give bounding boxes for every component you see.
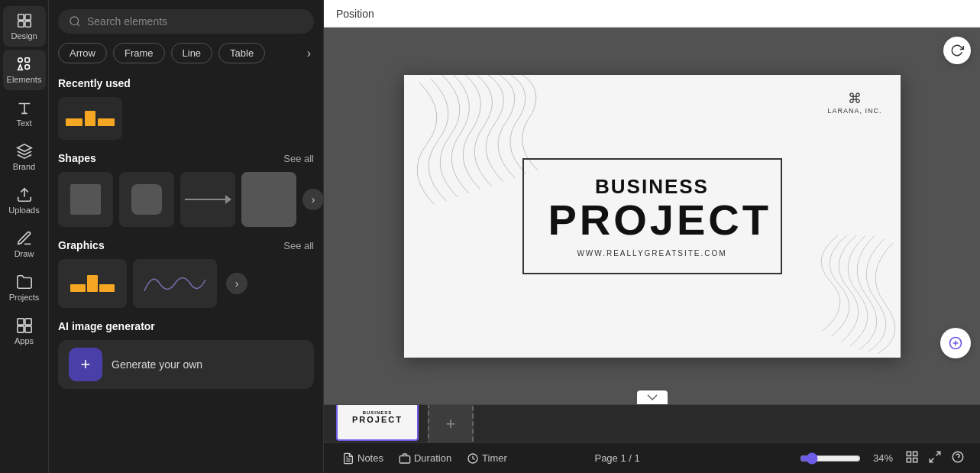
svg-rect-11 (17, 326, 23, 332)
ai-section: AI image generator + Generate your own (58, 320, 314, 389)
graphics-row: › (58, 259, 314, 308)
zoom-control: 34% (800, 452, 893, 465)
shapes-see-all[interactable]: See all (283, 153, 314, 164)
text-icon (16, 99, 33, 116)
zoom-label: 34% (865, 452, 893, 464)
help-button[interactable] (948, 447, 968, 469)
wave-bottom-right-svg (794, 235, 901, 358)
shapes-chevron-right[interactable]: › (302, 189, 323, 210)
svg-rect-9 (17, 319, 23, 325)
purple-squiggle-svg (141, 268, 209, 299)
sidebar-item-draw-label: Draw (15, 249, 34, 258)
recently-used-item-1[interactable] (58, 97, 122, 140)
apps-icon (16, 317, 33, 334)
sidebar-item-text-label: Text (16, 118, 31, 128)
search-input[interactable] (87, 15, 303, 28)
search-icon (69, 15, 81, 28)
slide-thumb-1[interactable]: BUSINESS PROJECT (336, 405, 419, 441)
sidebar-item-brand[interactable]: Brand (3, 137, 46, 177)
svg-rect-2 (18, 21, 23, 27)
graphic-item-2[interactable] (133, 259, 217, 308)
svg-rect-12 (24, 326, 31, 332)
shape-circle[interactable] (241, 172, 296, 227)
notes-icon (342, 452, 354, 465)
sidebar-item-elements[interactable]: Elements (3, 50, 46, 90)
ai-section-header: AI image generator (58, 320, 314, 332)
slide-thumb-content-1: BUSINESS PROJECT (338, 405, 417, 439)
chevron-down-icon (647, 394, 658, 400)
svg-rect-19 (907, 452, 910, 455)
tag-arrow[interactable]: Arrow (58, 43, 107, 63)
bottom-toolbar: Notes Duration Timer Page 1 / 1 (324, 442, 980, 473)
quick-tags-row: Arrow Frame Line Table › (49, 40, 323, 71)
tags-chevron-right[interactable]: › (304, 44, 314, 63)
graphic-item-1[interactable] (58, 259, 127, 308)
svg-rect-10 (24, 319, 31, 325)
zoom-slider[interactable] (800, 452, 861, 465)
magic-button[interactable] (940, 328, 971, 358)
sidebar-item-design[interactable]: Design (3, 6, 46, 47)
sidebar-item-brand-label: Brand (13, 162, 35, 171)
slide-logo-icon: ⌘ (827, 90, 881, 107)
grid-view-button[interactable] (902, 447, 922, 469)
recently-used-header: Recently used (58, 77, 314, 89)
sidebar-item-text[interactable]: Text (3, 93, 46, 134)
sidebar-item-uploads[interactable]: Uploads (3, 180, 46, 221)
canvas-slide[interactable]: ⌘ LARANA, INC. BUSINESS PROJECT WWW.REAL… (404, 75, 901, 358)
shapes-title: Shapes (58, 152, 96, 164)
duration-button[interactable]: Duration (393, 449, 458, 468)
svg-point-13 (70, 17, 79, 25)
shapes-grid: › (58, 172, 314, 227)
slide-thumb-project: PROJECT (352, 415, 403, 424)
ai-plus-icon: + (69, 348, 102, 381)
slide-url-text: WWW.REALLYGREATSITE.COM (548, 249, 756, 258)
bottom-panel: BUSINESS PROJECT 1 + (324, 404, 980, 473)
slides-row: BUSINESS PROJECT 1 + (324, 405, 980, 442)
slide-logo: ⌘ LARANA, INC. (827, 90, 881, 115)
sidebar-item-apps-label: Apps (15, 336, 34, 345)
svg-rect-3 (24, 21, 30, 27)
position-label: Position (336, 8, 374, 20)
ai-section-title: AI image generator (58, 320, 155, 332)
shape-arrow-line[interactable] (180, 172, 235, 227)
fullscreen-button[interactable] (925, 447, 945, 469)
collapse-handle[interactable] (637, 390, 668, 404)
tag-table[interactable]: Table (218, 43, 265, 63)
sidebar-item-apps[interactable]: Apps (3, 311, 46, 352)
svg-rect-1 (24, 15, 30, 20)
recently-used-title: Recently used (58, 77, 131, 89)
shape-square[interactable] (58, 172, 113, 227)
graphics-section: Graphics See all (58, 239, 314, 308)
svg-rect-21 (907, 458, 910, 462)
notes-button[interactable]: Notes (336, 449, 390, 468)
timer-label: Timer (482, 452, 507, 464)
refresh-icon (950, 44, 964, 57)
brand-icon (16, 143, 33, 160)
timer-button[interactable]: Timer (461, 449, 513, 468)
fullscreen-icon (928, 450, 942, 464)
add-slide-button[interactable]: + (428, 405, 474, 442)
sidebar-item-draw[interactable]: Draw (3, 224, 46, 264)
magic-icon (948, 335, 963, 351)
graphics-chevron-right[interactable]: › (226, 273, 247, 294)
help-icon (951, 450, 965, 464)
svg-rect-5 (24, 58, 28, 63)
sidebar-item-projects[interactable]: Projects (3, 267, 46, 308)
ai-generate-button[interactable]: + Generate your own (58, 340, 314, 389)
slide-content-box: BUSINESS PROJECT WWW.REALLYGREATSITE.COM (522, 158, 782, 274)
page-info-text: Page 1 / 1 (594, 452, 639, 464)
svg-rect-22 (913, 458, 917, 462)
timer-icon (467, 452, 479, 465)
tag-line[interactable]: Line (171, 43, 213, 63)
canvas-area[interactable]: ⌘ LARANA, INC. BUSINESS PROJECT WWW.REAL… (324, 28, 980, 404)
elements-panel: Arrow Frame Line Table › Recently used (49, 0, 324, 473)
search-bar-container (49, 0, 323, 40)
sidebar-item-design-label: Design (11, 31, 37, 40)
tag-frame[interactable]: Frame (113, 43, 165, 63)
elements-icon (16, 56, 33, 73)
svg-line-23 (936, 452, 940, 455)
shape-rounded[interactable] (119, 172, 174, 227)
graphics-see-all[interactable]: See all (283, 240, 314, 251)
panel-content: Recently used Shapes See all (49, 71, 323, 473)
refresh-button[interactable] (943, 37, 971, 64)
